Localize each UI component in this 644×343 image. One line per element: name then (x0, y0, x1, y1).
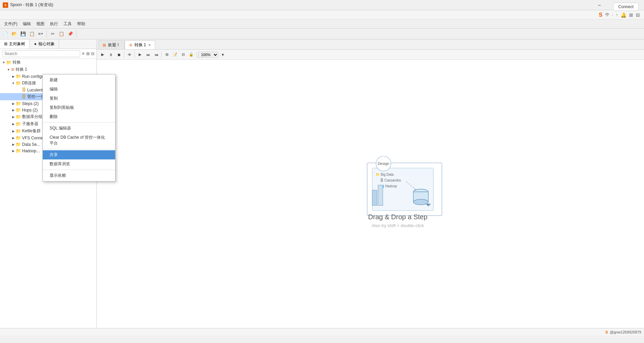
ctx-delete[interactable]: 删除 (43, 112, 97, 121)
expand-icon: ▼ (11, 81, 16, 86)
tab-transform1[interactable]: ❊ 转换 1 ✕ (125, 40, 155, 49)
expand-icon: ▼ (1, 60, 6, 65)
brand-text-3: ↑ (616, 13, 618, 17)
zoom-dropdown-icon[interactable]: ▼ (219, 51, 227, 58)
spacer (17, 88, 22, 92)
tree-label: DB连接 (22, 80, 36, 86)
search-clear-icon[interactable]: ✕ (82, 51, 85, 56)
expand-all-icon[interactable]: ⊞ (86, 51, 90, 56)
search-bar: ✕ ⊞ ⊟ (0, 49, 96, 59)
tree-label: Hops (2) (22, 108, 38, 113)
minimize-button[interactable]: ─ (592, 0, 607, 10)
tb-saveas[interactable]: 📋 (28, 30, 36, 38)
tab-core-objects[interactable]: ✦ 核心对象 (30, 39, 59, 49)
title-bar-left: S Spoon - 转换 1 (有变动) (3, 2, 53, 8)
ctb-run[interactable]: ▶ (99, 51, 106, 58)
toolbar-separator-2 (76, 31, 76, 37)
tb-open[interactable]: 📂 (10, 30, 18, 38)
collapse-all-icon[interactable]: ⊟ (91, 51, 94, 56)
drag-drop-hint: Drag & Drop a Step Also try shift + doub… (368, 213, 428, 228)
ctx-clear-db-cache[interactable]: Clear DB Cache of 管控一体化平台 (43, 133, 97, 148)
brand-logo: S (599, 12, 603, 18)
ctx-db-browser[interactable]: 数据库浏览 (43, 159, 97, 169)
folder-icon: 📁 (16, 114, 21, 119)
tb-new[interactable]: 📄 (1, 30, 10, 38)
ctb-preview[interactable]: 👁 (126, 51, 133, 58)
expand-icon: ▶ (11, 136, 16, 140)
ctx-show-deps[interactable]: 显示依赖 (43, 171, 97, 180)
tab-welcome[interactable]: ⊞ 欢迎！ (98, 40, 125, 49)
brand-icon-2[interactable]: ⊞ (629, 12, 633, 18)
title-bar: S Spoon - 转换 1 (有变动) ─ □ ✕ (0, 0, 644, 10)
object-tabs: ⊞ 主对象树 ✦ 核心对象 (0, 39, 96, 49)
expand-icon: ▶ (11, 101, 16, 106)
ctx-copy[interactable]: 复制 (43, 94, 97, 103)
ctx-edit[interactable]: 编辑 (43, 85, 97, 94)
drag-drop-subtitle: Also try shift + double-click (368, 223, 428, 228)
menu-edit[interactable]: 编辑 (20, 20, 34, 28)
status-brand-logo: S (605, 330, 608, 334)
search-input[interactable] (2, 50, 80, 57)
ctx-new[interactable]: 新建 (43, 75, 97, 85)
menu-file[interactable]: 文件(F) (1, 20, 20, 28)
title-text: Spoon - 转换 1 (有变动) (10, 2, 53, 8)
tb-copy[interactable]: 📋 (57, 30, 66, 38)
brand-icon-3[interactable]: ⊟ (636, 12, 640, 18)
tree-label: Kettle集群 (22, 128, 41, 134)
brand-text-2: · (612, 13, 613, 17)
connect-button[interactable]: Connect (613, 3, 639, 11)
main-toolbar: 📄 📂 💾 📋 ≡ ▼ ✂ 📋 📌 Connect (0, 29, 644, 39)
ctb-step-run[interactable]: ⏭ (144, 51, 152, 58)
main-objects-icon: ⊞ (4, 41, 7, 46)
zoom-select[interactable]: 100% 75% 50% 150% 200% (198, 52, 218, 58)
brand-icon-1[interactable]: 🔔 (621, 12, 626, 18)
expand-icon: ▶ (11, 142, 16, 147)
svg-text:🗄 Cassandra: 🗄 Cassandra (380, 178, 401, 182)
menu-view[interactable]: 视图 (34, 20, 47, 28)
svg-rect-14 (378, 185, 383, 205)
folder-icon: 📁 (16, 107, 21, 113)
core-objects-label: 核心对象 (38, 41, 55, 47)
folder-icon: 📁 (16, 135, 21, 140)
transform-icon: ❊ (11, 67, 15, 72)
tree-item-transforms[interactable]: ▼ 📁 转换 (0, 59, 96, 66)
folder-icon: 📁 (6, 60, 12, 65)
ctx-copy-clipboard[interactable]: 复制到剪贴板 (43, 103, 97, 112)
ctb-lock[interactable]: 🔒 (187, 51, 195, 58)
menu-tools[interactable]: 工具 (61, 20, 74, 28)
ctb-align[interactable]: ⊞ (163, 51, 171, 58)
db-icon: 🗄 (22, 94, 26, 99)
svg-text:Design: Design (378, 161, 389, 166)
tb-more[interactable]: ≡ ▼ (37, 30, 45, 38)
tree-item-transform1[interactable]: ▼ ❊ 转换 1 (0, 66, 96, 73)
canvas-tab-bar: ⊞ 欢迎！ ❊ 转换 1 ✕ (97, 39, 644, 50)
ctx-share[interactable]: 共享 (43, 150, 97, 159)
tb-cut[interactable]: ✂ (49, 30, 57, 38)
tree-label: Data Se... (22, 142, 40, 147)
ctb-stop[interactable]: ⏹ (115, 51, 123, 58)
ctb-note[interactable]: 📝 (171, 51, 179, 58)
left-panel: ⊞ 主对象树 ✦ 核心对象 ✕ ⊞ ⊟ (0, 39, 97, 328)
tree-label: 数据库分组 (22, 114, 42, 120)
menu-bar: 文件(F) 编辑 视图 执行 工具 帮助 (0, 20, 644, 29)
tree-label: 子服务器 (22, 121, 38, 127)
canvas-area[interactable]: Design 📁 Big Data 🗄 Cassandra 📊 Hadoop (97, 60, 644, 328)
menu-run[interactable]: 执行 (47, 20, 61, 28)
spacer (17, 95, 22, 99)
tab-main-objects[interactable]: ⊞ 主对象树 (0, 39, 30, 49)
tb-save[interactable]: 💾 (19, 30, 27, 38)
ctx-sql-editor[interactable]: SQL 编辑器 (43, 124, 97, 133)
ctb-step-back[interactable]: ⏮ (153, 51, 160, 58)
tree-label: Steps (2) (22, 101, 39, 106)
ctb-pause[interactable]: ⏸ (107, 51, 114, 58)
menu-help[interactable]: 帮助 (74, 20, 88, 28)
folder-icon: 📁 (16, 81, 21, 86)
tb-paste[interactable]: 📌 (66, 30, 74, 38)
folder-icon: 📁 (16, 121, 21, 126)
tab-close-icon[interactable]: ✕ (148, 43, 151, 47)
welcome-tab-label: 欢迎！ (108, 42, 120, 48)
canvas-toolbar-sep-2 (135, 52, 135, 58)
ctb-run-opts[interactable]: ▶ (136, 51, 144, 58)
ctb-grid[interactable]: ⊟ (179, 51, 187, 58)
app-icon: S (3, 2, 8, 8)
